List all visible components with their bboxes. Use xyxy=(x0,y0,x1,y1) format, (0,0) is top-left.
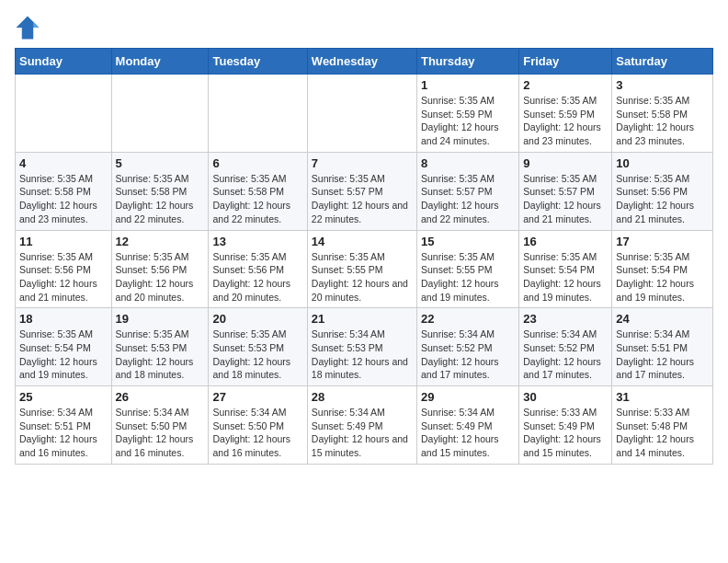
day-info: Sunrise: 5:34 AM Sunset: 5:51 PM Dayligh… xyxy=(19,406,108,460)
day-number: 25 xyxy=(19,390,108,404)
calendar-cell: 26Sunrise: 5:34 AM Sunset: 5:50 PM Dayli… xyxy=(111,386,209,465)
day-info: Sunrise: 5:35 AM Sunset: 5:58 PM Dayligh… xyxy=(212,172,302,226)
page-header xyxy=(15,15,713,40)
calendar-cell: 31Sunrise: 5:33 AM Sunset: 5:48 PM Dayli… xyxy=(612,386,713,465)
week-row-1: 1Sunrise: 5:35 AM Sunset: 5:59 PM Daylig… xyxy=(16,75,713,153)
day-number: 22 xyxy=(421,312,515,326)
day-number: 15 xyxy=(421,235,515,248)
col-header-wednesday: Wednesday xyxy=(307,49,416,75)
col-header-tuesday: Tuesday xyxy=(209,49,307,75)
calendar-cell: 2Sunrise: 5:35 AM Sunset: 5:59 PM Daylig… xyxy=(519,75,612,153)
day-info: Sunrise: 5:35 AM Sunset: 5:56 PM Dayligh… xyxy=(116,250,205,304)
day-number: 12 xyxy=(116,235,205,248)
day-number: 23 xyxy=(523,312,608,326)
day-number: 6 xyxy=(212,156,302,170)
col-header-monday: Monday xyxy=(111,49,209,75)
day-info: Sunrise: 5:34 AM Sunset: 5:53 PM Dayligh… xyxy=(312,327,413,382)
day-number: 1 xyxy=(421,78,515,92)
day-number: 20 xyxy=(212,312,302,326)
day-info: Sunrise: 5:34 AM Sunset: 5:49 PM Dayligh… xyxy=(421,406,515,460)
calendar-cell xyxy=(209,75,307,153)
calendar-cell: 17Sunrise: 5:35 AM Sunset: 5:54 PM Dayli… xyxy=(612,230,713,308)
calendar-cell: 29Sunrise: 5:34 AM Sunset: 5:49 PM Dayli… xyxy=(416,386,518,465)
calendar-cell: 18Sunrise: 5:35 AM Sunset: 5:54 PM Dayli… xyxy=(16,308,112,386)
header-row: SundayMondayTuesdayWednesdayThursdayFrid… xyxy=(16,49,713,75)
day-info: Sunrise: 5:35 AM Sunset: 5:56 PM Dayligh… xyxy=(212,250,302,304)
day-number: 5 xyxy=(116,156,205,170)
day-number: 16 xyxy=(523,235,608,248)
day-number: 13 xyxy=(212,235,302,248)
calendar-cell xyxy=(111,75,209,153)
col-header-friday: Friday xyxy=(519,49,612,75)
day-info: Sunrise: 5:35 AM Sunset: 5:53 PM Dayligh… xyxy=(212,327,302,382)
logo-icon xyxy=(15,15,40,40)
day-info: Sunrise: 5:35 AM Sunset: 5:54 PM Dayligh… xyxy=(523,250,608,304)
week-row-2: 4Sunrise: 5:35 AM Sunset: 5:58 PM Daylig… xyxy=(16,152,713,230)
calendar-cell: 16Sunrise: 5:35 AM Sunset: 5:54 PM Dayli… xyxy=(519,230,612,308)
col-header-sunday: Sunday xyxy=(16,49,112,75)
calendar-cell: 11Sunrise: 5:35 AM Sunset: 5:56 PM Dayli… xyxy=(16,230,112,308)
day-number: 19 xyxy=(116,312,205,326)
day-info: Sunrise: 5:35 AM Sunset: 5:55 PM Dayligh… xyxy=(312,250,413,304)
calendar-cell: 9Sunrise: 5:35 AM Sunset: 5:57 PM Daylig… xyxy=(519,152,612,230)
calendar-cell xyxy=(16,75,112,153)
day-number: 18 xyxy=(19,312,108,326)
day-number: 26 xyxy=(116,390,205,404)
day-info: Sunrise: 5:34 AM Sunset: 5:50 PM Dayligh… xyxy=(212,406,302,460)
day-info: Sunrise: 5:33 AM Sunset: 5:48 PM Dayligh… xyxy=(616,406,709,460)
calendar-cell: 12Sunrise: 5:35 AM Sunset: 5:56 PM Dayli… xyxy=(111,230,209,308)
day-info: Sunrise: 5:35 AM Sunset: 5:58 PM Dayligh… xyxy=(616,94,709,148)
day-info: Sunrise: 5:35 AM Sunset: 5:54 PM Dayligh… xyxy=(19,327,108,382)
day-info: Sunrise: 5:34 AM Sunset: 5:52 PM Dayligh… xyxy=(523,327,608,382)
day-number: 8 xyxy=(421,156,515,170)
week-row-3: 11Sunrise: 5:35 AM Sunset: 5:56 PM Dayli… xyxy=(16,230,713,308)
day-number: 11 xyxy=(19,235,108,248)
calendar-cell: 24Sunrise: 5:34 AM Sunset: 5:51 PM Dayli… xyxy=(612,308,713,386)
calendar-cell: 1Sunrise: 5:35 AM Sunset: 5:59 PM Daylig… xyxy=(416,75,518,153)
day-info: Sunrise: 5:35 AM Sunset: 5:56 PM Dayligh… xyxy=(19,250,108,304)
day-number: 17 xyxy=(616,235,709,248)
calendar-cell: 25Sunrise: 5:34 AM Sunset: 5:51 PM Dayli… xyxy=(16,386,112,465)
day-info: Sunrise: 5:35 AM Sunset: 5:55 PM Dayligh… xyxy=(421,250,515,304)
day-number: 27 xyxy=(212,390,302,404)
day-info: Sunrise: 5:35 AM Sunset: 5:58 PM Dayligh… xyxy=(19,172,108,226)
calendar-cell: 14Sunrise: 5:35 AM Sunset: 5:55 PM Dayli… xyxy=(307,230,416,308)
calendar-cell: 13Sunrise: 5:35 AM Sunset: 5:56 PM Dayli… xyxy=(209,230,307,308)
day-info: Sunrise: 5:33 AM Sunset: 5:49 PM Dayligh… xyxy=(523,406,608,460)
day-info: Sunrise: 5:35 AM Sunset: 5:57 PM Dayligh… xyxy=(312,172,413,226)
calendar-cell: 22Sunrise: 5:34 AM Sunset: 5:52 PM Dayli… xyxy=(416,308,518,386)
day-number: 28 xyxy=(312,390,413,404)
day-number: 9 xyxy=(523,156,608,170)
week-row-4: 18Sunrise: 5:35 AM Sunset: 5:54 PM Dayli… xyxy=(16,308,713,386)
calendar-cell: 10Sunrise: 5:35 AM Sunset: 5:56 PM Dayli… xyxy=(612,152,713,230)
day-number: 4 xyxy=(19,156,108,170)
calendar-cell: 5Sunrise: 5:35 AM Sunset: 5:58 PM Daylig… xyxy=(111,152,209,230)
day-info: Sunrise: 5:35 AM Sunset: 5:57 PM Dayligh… xyxy=(523,172,608,226)
day-number: 14 xyxy=(312,235,413,248)
day-number: 10 xyxy=(616,156,709,170)
logo xyxy=(15,15,44,40)
day-info: Sunrise: 5:34 AM Sunset: 5:50 PM Dayligh… xyxy=(116,406,205,460)
calendar-cell: 8Sunrise: 5:35 AM Sunset: 5:57 PM Daylig… xyxy=(416,152,518,230)
day-number: 29 xyxy=(421,390,515,404)
calendar-cell: 4Sunrise: 5:35 AM Sunset: 5:58 PM Daylig… xyxy=(16,152,112,230)
col-header-saturday: Saturday xyxy=(612,49,713,75)
week-row-5: 25Sunrise: 5:34 AM Sunset: 5:51 PM Dayli… xyxy=(16,386,713,465)
day-info: Sunrise: 5:35 AM Sunset: 5:54 PM Dayligh… xyxy=(616,250,709,304)
calendar-cell xyxy=(307,75,416,153)
day-info: Sunrise: 5:35 AM Sunset: 5:57 PM Dayligh… xyxy=(421,172,515,226)
day-info: Sunrise: 5:35 AM Sunset: 5:58 PM Dayligh… xyxy=(116,172,205,226)
day-info: Sunrise: 5:35 AM Sunset: 5:56 PM Dayligh… xyxy=(616,172,709,226)
day-number: 30 xyxy=(523,390,608,404)
calendar-table: SundayMondayTuesdayWednesdayThursdayFrid… xyxy=(15,48,713,465)
day-number: 7 xyxy=(312,156,413,170)
day-info: Sunrise: 5:35 AM Sunset: 5:59 PM Dayligh… xyxy=(523,94,608,148)
calendar-cell: 3Sunrise: 5:35 AM Sunset: 5:58 PM Daylig… xyxy=(612,75,713,153)
day-number: 31 xyxy=(616,390,709,404)
calendar-cell: 23Sunrise: 5:34 AM Sunset: 5:52 PM Dayli… xyxy=(519,308,612,386)
calendar-cell: 19Sunrise: 5:35 AM Sunset: 5:53 PM Dayli… xyxy=(111,308,209,386)
calendar-cell: 7Sunrise: 5:35 AM Sunset: 5:57 PM Daylig… xyxy=(307,152,416,230)
calendar-cell: 15Sunrise: 5:35 AM Sunset: 5:55 PM Dayli… xyxy=(416,230,518,308)
calendar-cell: 30Sunrise: 5:33 AM Sunset: 5:49 PM Dayli… xyxy=(519,386,612,465)
day-info: Sunrise: 5:34 AM Sunset: 5:49 PM Dayligh… xyxy=(312,406,413,460)
